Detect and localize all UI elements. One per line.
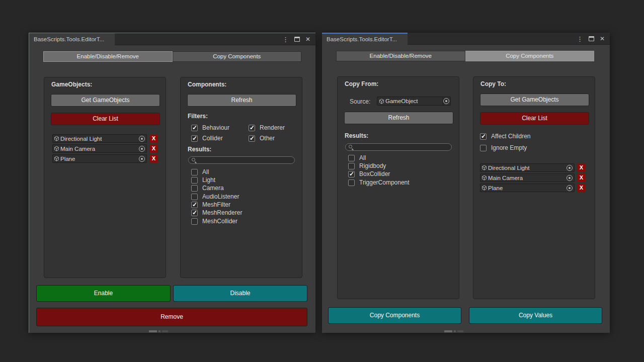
- remove-item-button[interactable]: X: [577, 184, 586, 192]
- checkbox[interactable]: [191, 202, 198, 208]
- checkbox-label: AudioListener: [202, 193, 239, 200]
- checkbox[interactable]: [249, 135, 255, 142]
- object-picker-icon[interactable]: [567, 185, 573, 191]
- results-label: Results:: [188, 146, 211, 153]
- copy-values-button[interactable]: Copy Values: [469, 307, 602, 324]
- object-picker-icon[interactable]: [139, 146, 145, 152]
- object-name: Plane: [60, 156, 139, 162]
- object-name: Plane: [488, 185, 567, 191]
- object-field[interactable]: Plane: [480, 184, 575, 192]
- object-picker-icon[interactable]: [139, 156, 145, 162]
- object-field[interactable]: Main Camera: [52, 144, 147, 153]
- filter-checkbox-row: Collider: [191, 135, 223, 142]
- menu-kebab-icon[interactable]: ⋮: [577, 36, 583, 42]
- checkbox-label: Ignore Empty: [491, 144, 527, 151]
- close-icon[interactable]: ✕: [305, 36, 310, 42]
- gameobject-icon: [54, 136, 59, 141]
- gameobject-icon: [379, 99, 384, 104]
- checkbox-label: All: [202, 168, 209, 175]
- checkbox-label: Affect Children: [491, 133, 531, 140]
- mode-tabs: Enable/Disable/Remove Copy Components: [43, 51, 301, 62]
- menu-kebab-icon[interactable]: ⋮: [282, 36, 289, 43]
- remove-item-button[interactable]: X: [577, 173, 586, 182]
- tab-copy-components[interactable]: Copy Components: [465, 51, 595, 61]
- filter-checkbox-row: Other: [249, 135, 275, 142]
- components-panel: Components: Refresh Filters: Behaviour R…: [180, 77, 302, 278]
- close-icon[interactable]: ✕: [600, 36, 605, 42]
- source-object-field[interactable]: GameObject: [377, 97, 451, 106]
- search-input[interactable]: [188, 156, 295, 164]
- object-field[interactable]: Directional Light: [480, 163, 575, 172]
- copy-components-button[interactable]: Copy Components: [328, 307, 461, 324]
- object-field[interactable]: Directional Light: [52, 134, 147, 143]
- checkbox[interactable]: [191, 125, 198, 131]
- window-title-tab[interactable]: BaseScripts.Tools.EditorT...: [322, 33, 408, 45]
- get-gameobjects-button[interactable]: Get GameObjects: [51, 94, 160, 107]
- editor-window-enable-disable-remove: BaseScripts.Tools.EditorT... ⋮ ✕ Enable/…: [29, 33, 315, 333]
- remove-item-button[interactable]: X: [149, 134, 158, 143]
- checkbox[interactable]: [348, 163, 355, 169]
- panel-title: Components:: [188, 81, 226, 88]
- titlebar[interactable]: BaseScripts.Tools.EditorT... ⋮ ✕: [322, 33, 610, 45]
- object-field[interactable]: Plane: [52, 154, 147, 163]
- checkbox-label: Collider: [202, 135, 223, 142]
- checkbox[interactable]: [348, 179, 355, 186]
- gameobject-list-item: Directional Light X: [480, 163, 586, 172]
- checkbox[interactable]: [191, 177, 198, 184]
- checkbox[interactable]: [191, 194, 198, 200]
- tab-enable-disable-remove[interactable]: Enable/Disable/Remove: [43, 51, 173, 62]
- refresh-button[interactable]: Refresh: [187, 94, 296, 107]
- result-checkbox-row: All: [348, 154, 366, 161]
- gameobject-icon: [481, 185, 487, 191]
- get-gameobjects-button[interactable]: Get GameObjects: [480, 94, 589, 106]
- checkbox-label: Light: [202, 176, 215, 184]
- checkbox[interactable]: [191, 185, 198, 192]
- maximize-icon[interactable]: [589, 36, 594, 41]
- object-name: GameObject: [385, 98, 441, 104]
- filter-checkbox-row: Renderer: [249, 124, 285, 131]
- disable-button[interactable]: Disable: [173, 285, 307, 302]
- remove-item-button[interactable]: X: [149, 144, 158, 153]
- checkbox[interactable]: [348, 171, 355, 177]
- checkbox-label: Behaviour: [202, 124, 229, 131]
- remove-button[interactable]: Remove: [36, 308, 307, 326]
- checkbox-label: Rigidbody: [359, 162, 386, 169]
- window-title-tab[interactable]: BaseScripts.Tools.EditorT...: [29, 33, 115, 45]
- remove-item-button[interactable]: X: [149, 154, 158, 163]
- checkbox[interactable]: [191, 210, 198, 216]
- checkbox-label: MeshRenderer: [202, 209, 242, 216]
- enable-button[interactable]: Enable: [36, 285, 171, 302]
- result-checkbox-row: AudioListener: [191, 193, 239, 200]
- remove-item-button[interactable]: X: [577, 163, 586, 172]
- clear-list-button[interactable]: Clear List: [480, 112, 589, 125]
- object-picker-icon[interactable]: [139, 136, 145, 142]
- object-name: Directional Light: [488, 165, 567, 171]
- search-icon: [191, 157, 197, 163]
- object-field[interactable]: Main Camera: [480, 173, 575, 182]
- tab-copy-components[interactable]: Copy Components: [173, 51, 302, 62]
- checkbox[interactable]: [191, 218, 198, 225]
- clear-list-button[interactable]: Clear List: [51, 113, 160, 125]
- search-input[interactable]: [345, 143, 452, 151]
- search-icon: [348, 144, 354, 150]
- object-picker-icon[interactable]: [567, 175, 573, 181]
- result-checkbox-row: Camera: [191, 185, 224, 192]
- checkbox[interactable]: [191, 169, 198, 175]
- checkbox[interactable]: [191, 135, 198, 142]
- object-picker-icon[interactable]: [443, 98, 449, 104]
- object-picker-icon[interactable]: [567, 165, 573, 171]
- checkbox[interactable]: [480, 133, 487, 140]
- checkbox[interactable]: [348, 155, 355, 161]
- titlebar[interactable]: BaseScripts.Tools.EditorT... ⋮ ✕: [29, 33, 315, 45]
- panel-title: GameObjects:: [51, 81, 92, 88]
- results-label: Results:: [345, 132, 368, 139]
- copy-to-panel: Copy To: Get GameObjects Clear List Affe…: [473, 76, 595, 299]
- tab-enable-disable-remove[interactable]: Enable/Disable/Remove: [336, 51, 465, 61]
- gameobject-list-item: Plane X: [52, 154, 158, 163]
- checkbox[interactable]: [249, 125, 255, 131]
- maximize-icon[interactable]: [294, 37, 300, 42]
- checkbox-label: MeshCollider: [202, 218, 237, 225]
- result-checkbox-row: Rigidbody: [348, 162, 386, 169]
- refresh-button[interactable]: Refresh: [344, 112, 453, 124]
- checkbox[interactable]: [480, 145, 487, 151]
